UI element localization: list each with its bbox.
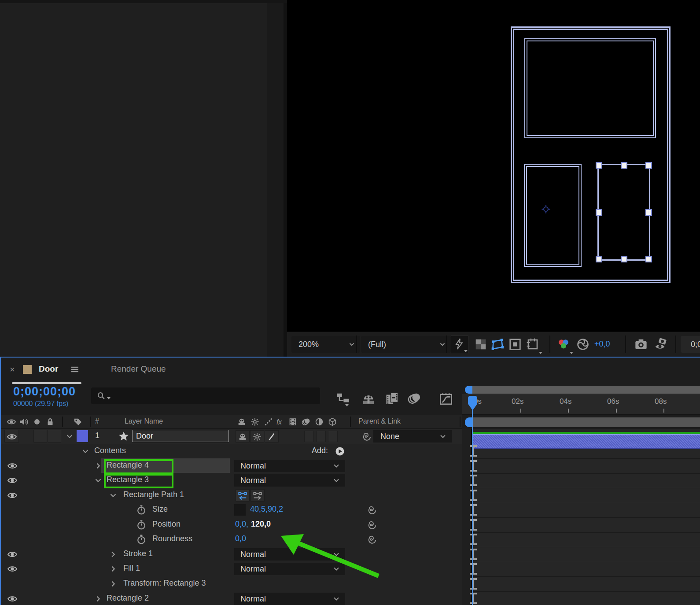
graph-editor-icon[interactable]	[438, 391, 453, 406]
selection-handle[interactable]	[596, 256, 602, 262]
eye-icon[interactable]	[7, 594, 18, 604]
stroke1-label[interactable]: Stroke 1	[123, 549, 153, 558]
fx-column-icon[interactable]	[276, 417, 286, 427]
eye-icon[interactable]	[7, 549, 18, 560]
selection-handle[interactable]	[596, 162, 602, 169]
exposure-icon[interactable]	[576, 337, 590, 351]
parent-dropdown[interactable]: None	[373, 430, 452, 443]
selection-handle[interactable]	[621, 256, 627, 262]
panel-menu-icon[interactable]	[70, 364, 80, 375]
eye-icon[interactable]	[7, 461, 18, 471]
chevron-right-icon[interactable]	[108, 579, 118, 589]
transparency-grid-icon[interactable]	[474, 337, 488, 351]
motion-blur-toggle[interactable]	[304, 431, 314, 442]
tab-close-icon[interactable]: ×	[10, 365, 15, 375]
collapse-toggle[interactable]	[250, 430, 264, 443]
search-options-triangle[interactable]	[107, 397, 111, 399]
rectangle-path1-label[interactable]: Rectangle Path 1	[123, 490, 184, 499]
eye-icon[interactable]	[7, 432, 17, 442]
path-direction-button-reversed[interactable]	[236, 489, 250, 502]
blend-mode-dropdown[interactable]: Normal	[234, 460, 345, 472]
group-row-contents[interactable]: Contents Add:	[1, 444, 462, 459]
chevron-down-icon[interactable]	[81, 446, 90, 456]
eye-icon[interactable]	[7, 564, 18, 574]
constrain-proportions-box[interactable]	[234, 504, 246, 516]
fill1-label[interactable]: Fill 1	[123, 564, 140, 573]
snapshot-icon[interactable]	[634, 337, 648, 351]
position-value-x[interactable]: 0,0,	[235, 520, 248, 529]
panel-divider[interactable]	[267, 0, 284, 357]
grid-guides-button[interactable]	[526, 337, 542, 353]
chevron-right-icon[interactable]	[108, 550, 118, 559]
selection-handle[interactable]	[645, 256, 652, 262]
solo-cell[interactable]	[33, 430, 47, 443]
layer-label-color[interactable]	[77, 430, 88, 442]
selection-handle[interactable]	[621, 162, 627, 169]
chevron-down-icon[interactable]	[93, 476, 103, 485]
group-row-rectangle-path1[interactable]: Rectangle Path 1	[1, 488, 462, 503]
tab-render-queue[interactable]: Render Queue	[111, 364, 166, 374]
layer-name-column-header[interactable]: Layer Name	[125, 417, 163, 425]
add-shape-button[interactable]	[335, 446, 345, 457]
video-toggle-cell[interactable]	[4, 430, 19, 443]
time-ruler[interactable]: 0s 02s 04s 06s 08s	[462, 394, 700, 415]
contents-label[interactable]: Contents	[94, 446, 126, 455]
stopwatch-icon[interactable]	[136, 519, 147, 531]
composition-viewer[interactable]	[287, 0, 700, 332]
exposure-value[interactable]: +0,0	[594, 339, 610, 349]
motion-blur-column-icon[interactable]	[301, 417, 311, 427]
layer-name-field[interactable]: Door	[132, 430, 229, 442]
magnification-dropdown[interactable]: 200%	[291, 336, 360, 353]
roundness-label[interactable]: Roundness	[152, 534, 192, 543]
composition-flowchart-icon[interactable]	[335, 391, 350, 406]
door-panel-right-shape-selected[interactable]	[597, 164, 650, 261]
path-direction-button-normal[interactable]	[251, 489, 265, 502]
group-row-rectangle2[interactable]: Rectangle 2 Normal	[1, 591, 462, 605]
eye-icon[interactable]	[7, 475, 18, 486]
layer-duration-bar[interactable]	[472, 434, 700, 449]
eye-icon[interactable]	[7, 490, 18, 501]
tab-door[interactable]: Door	[39, 364, 58, 374]
blend-mode-dropdown[interactable]: Normal	[234, 474, 345, 487]
threed-column-icon[interactable]	[328, 417, 337, 427]
playhead-line[interactable]	[472, 408, 473, 605]
motion-blur-icon[interactable]	[407, 391, 422, 406]
stopwatch-icon[interactable]	[136, 534, 147, 545]
mask-visibility-icon[interactable]	[508, 337, 522, 351]
parent-pickwhip-icon[interactable]	[361, 431, 372, 442]
resolution-dropdown[interactable]: (Full)	[361, 336, 451, 353]
fast-previews-button[interactable]	[451, 336, 468, 353]
stopwatch-icon[interactable]	[136, 504, 147, 516]
adjustment-column-icon[interactable]	[314, 417, 324, 427]
chevron-right-icon[interactable]	[108, 564, 118, 574]
search-input[interactable]	[91, 387, 320, 404]
preview-time-field[interactable]: 0;0	[681, 336, 700, 353]
shy-toggle[interactable]	[236, 430, 250, 443]
chevron-right-icon[interactable]	[93, 594, 103, 604]
frame-blending-icon[interactable]	[385, 391, 400, 406]
size-value[interactable]: 40,5,90,2	[250, 505, 283, 514]
size-label[interactable]: Size	[152, 505, 168, 514]
current-timecode[interactable]: 0;00;00;00	[13, 385, 76, 398]
position-label[interactable]: Position	[152, 520, 181, 529]
threed-toggle[interactable]	[328, 431, 338, 442]
transform-rect3-label[interactable]: Transform: Rectangle 3	[123, 579, 206, 588]
rectangle2-label[interactable]: Rectangle 2	[107, 594, 149, 603]
frame-blend-column-icon[interactable]	[288, 417, 298, 427]
chevron-down-icon[interactable]	[65, 432, 74, 441]
selection-handle[interactable]	[596, 209, 602, 216]
region-of-interest-icon[interactable]	[490, 337, 505, 351]
adjustment-toggle[interactable]	[316, 431, 326, 442]
time-navigator-start-handle[interactable]	[465, 386, 472, 394]
time-navigator-bar[interactable]	[465, 386, 700, 394]
quality-toggle[interactable]	[265, 430, 279, 443]
work-area-bar[interactable]	[465, 417, 700, 427]
chevron-down-icon[interactable]	[108, 491, 118, 500]
show-snapshot-icon[interactable]	[654, 337, 668, 351]
lock-cell[interactable]	[48, 430, 61, 443]
blend-mode-dropdown[interactable]: Normal	[234, 593, 345, 605]
roundness-value[interactable]: 0,0	[235, 534, 246, 543]
collapse-column-icon[interactable]	[250, 417, 260, 427]
chevron-right-icon[interactable]	[93, 461, 103, 471]
layer-row-door[interactable]: 1 Door None	[1, 429, 462, 444]
